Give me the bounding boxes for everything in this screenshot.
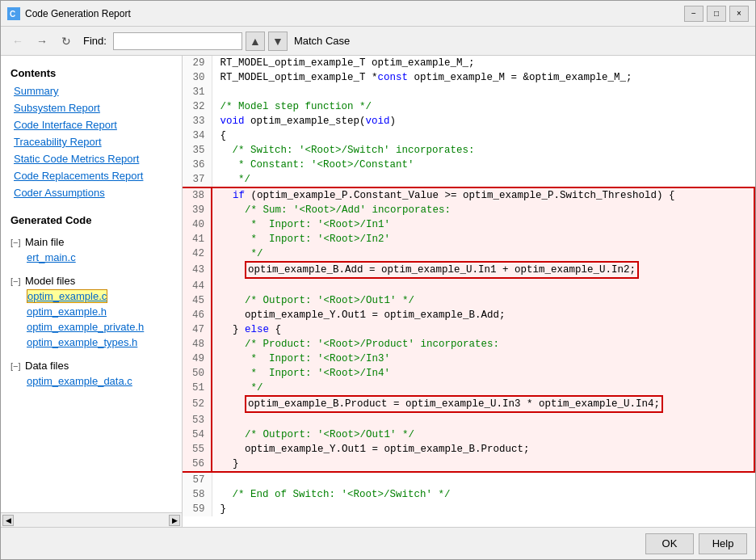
line-number: 49: [183, 352, 212, 366]
optim-example-private-h-link[interactable]: optim_example_private.h: [27, 321, 144, 333]
model-files-tree-item: [−] Model files: [10, 273, 172, 288]
sidebar-item-summary[interactable]: Summary: [1, 82, 182, 99]
optim-example-data-c-item: optim_example_data.c: [10, 373, 172, 389]
table-row: 51 */: [183, 381, 754, 395]
find-label: Find:: [83, 35, 107, 47]
help-button[interactable]: Help: [699, 533, 747, 554]
minimize-button[interactable]: −: [684, 6, 704, 22]
table-row: 52 optim_example_B.Product = optim_examp…: [183, 395, 754, 413]
line-code: * Constant: '<Root>/Constant': [212, 158, 754, 172]
window-controls: − □ ×: [684, 6, 749, 22]
maximize-button[interactable]: □: [707, 6, 726, 22]
data-files-section: [−] Data files optim_example_data.c: [1, 353, 182, 392]
ert-main-link[interactable]: ert_main.c: [27, 251, 76, 263]
main-file-label: Main file: [25, 236, 64, 248]
line-number: 36: [183, 158, 212, 172]
sidebar-scroll-area: Contents Summary Subsystem Report Code I…: [1, 56, 182, 512]
line-code: /* Outport: '<Root>/Out1' */: [212, 293, 754, 308]
main-content: Contents Summary Subsystem Report Code I…: [1, 56, 755, 527]
refresh-button[interactable]: ↻: [56, 31, 77, 52]
sidebar-item-static-code-metrics[interactable]: Static Code Metrics Report: [1, 150, 182, 167]
optim-example-c-link[interactable]: optim_example.c: [27, 289, 107, 303]
main-file-toggle[interactable]: [−]: [10, 238, 22, 247]
hscroll-right[interactable]: ▶: [169, 515, 180, 526]
sidebar-item-traceability[interactable]: Traceability Report: [1, 133, 182, 150]
line-number: 58: [183, 487, 212, 502]
line-number: 54: [183, 427, 212, 442]
back-button[interactable]: ←: [7, 31, 28, 52]
table-row: 43 optim_example_B.Add = optim_example_U…: [183, 261, 754, 279]
line-number: 31: [183, 85, 212, 99]
table-row: 45 /* Outport: '<Root>/Out1' */: [183, 293, 754, 308]
line-code: */: [212, 246, 754, 261]
line-number: 50: [183, 366, 212, 381]
line-code: [212, 85, 754, 99]
table-row: 37 */: [183, 172, 754, 187]
close-button[interactable]: ×: [729, 6, 749, 22]
table-row: 53: [183, 413, 754, 427]
window-title: Code Generation Report: [25, 8, 684, 19]
line-code: }: [212, 502, 754, 516]
sidebar-item-coder-assumptions[interactable]: Coder Assumptions: [1, 184, 182, 201]
table-row: 30 RT_MODEL_optim_example_T *const optim…: [183, 70, 754, 85]
find-down-button[interactable]: ▼: [268, 32, 288, 51]
back-icon: ←: [12, 35, 23, 48]
optim-example-h-item: optim_example.h: [10, 304, 172, 319]
model-files-label: Model files: [25, 275, 75, 287]
optim-example-h-link[interactable]: optim_example.h: [27, 305, 107, 318]
line-code: * Inport: '<Root>/In4': [212, 366, 754, 381]
hscroll-left[interactable]: ◀: [2, 515, 14, 526]
line-code: */: [212, 172, 754, 187]
line-code: {: [212, 128, 754, 143]
table-row: 41 * Inport: '<Root>/In2': [183, 232, 754, 246]
ok-button[interactable]: OK: [645, 533, 694, 554]
forward-button[interactable]: →: [32, 31, 52, 52]
table-row: 54 /* Outport: '<Root>/Out1' */: [183, 427, 754, 442]
sidebar-hscrollbar: ◀ ▶: [1, 512, 182, 527]
find-input[interactable]: [113, 32, 242, 50]
table-row: 48 /* Product: '<Root>/Product' incorpor…: [183, 337, 754, 352]
table-row: 42 */: [183, 246, 754, 261]
line-number: 56: [183, 457, 212, 472]
line-code: /* Sum: '<Root>/Add' incorporates:: [212, 203, 754, 217]
model-files-section: [−] Model files optim_example.c optim_ex…: [1, 268, 182, 353]
line-code: optim_example_B.Add = optim_example_U.In…: [212, 261, 754, 279]
table-row: 40 * Inport: '<Root>/In1': [183, 217, 754, 232]
main-file-section: [−] Main file ert_main.c: [1, 229, 182, 268]
line-number: 52: [183, 395, 212, 413]
line-number: 35: [183, 143, 212, 158]
line-code: if (optim_example_P.Constant_Value >= op…: [212, 187, 754, 203]
match-case-label: Match Case: [294, 35, 350, 47]
data-files-tree-item: [−] Data files: [10, 358, 172, 373]
data-files-toggle[interactable]: [−]: [10, 361, 22, 371]
line-code: /* Product: '<Root>/Product' incorporate…: [212, 337, 754, 352]
line-number: 48: [183, 337, 212, 352]
contents-title: Contents: [1, 62, 182, 82]
app-icon: C: [7, 7, 20, 20]
table-row: 36 * Constant: '<Root>/Constant': [183, 158, 754, 172]
line-code: [212, 413, 754, 427]
line-number: 44: [183, 279, 212, 293]
code-table: 29 RT_MODEL_optim_example_T optim_exampl…: [183, 56, 755, 516]
find-up-button[interactable]: ▲: [246, 32, 265, 51]
up-arrow-icon: ▲: [250, 35, 261, 48]
sidebar-item-subsystem-report[interactable]: Subsystem Report: [1, 99, 182, 116]
optim-example-data-c-link[interactable]: optim_example_data.c: [27, 375, 132, 387]
line-number: 30: [183, 70, 212, 85]
table-row: 44: [183, 279, 754, 293]
line-number: 45: [183, 293, 212, 308]
line-code: RT_MODEL_optim_example_T optim_example_M…: [212, 56, 754, 70]
model-files-toggle[interactable]: [−]: [10, 276, 22, 286]
line-code: /* Switch: '<Root>/Switch' incorporates:: [212, 143, 754, 158]
line-number: 57: [183, 472, 212, 487]
code-scroll[interactable]: 29 RT_MODEL_optim_example_T optim_exampl…: [183, 56, 755, 527]
sidebar-item-code-interface[interactable]: Code Interface Report: [1, 116, 182, 133]
optim-example-types-h-link[interactable]: optim_example_types.h: [27, 336, 137, 348]
line-code: RT_MODEL_optim_example_T *const optim_ex…: [212, 70, 754, 85]
table-row: 46 optim_example_Y.Out1 = optim_example_…: [183, 308, 754, 322]
line-code: /* Outport: '<Root>/Out1' */: [212, 427, 754, 442]
line-code: optim_example_Y.Out1 = optim_example_B.A…: [212, 308, 754, 322]
sidebar-item-code-replacements[interactable]: Code Replacements Report: [1, 167, 182, 184]
table-row: 33 void optim_example_step(void): [183, 114, 754, 128]
line-number: 55: [183, 442, 212, 457]
